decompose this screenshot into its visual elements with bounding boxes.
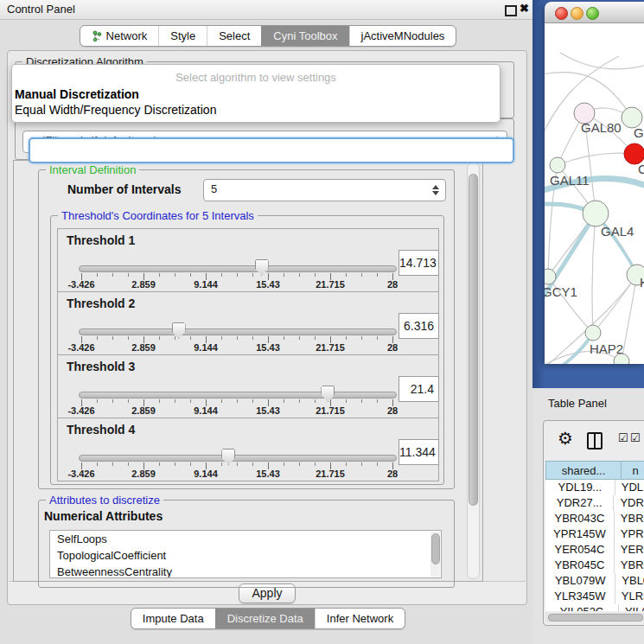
cell-name[interactable]: YIL0: [619, 604, 644, 611]
node-label: GAL80: [581, 120, 622, 135]
network-edge: [592, 214, 596, 333]
slider-track[interactable]: [79, 265, 397, 272]
slider-ticks: [81, 273, 394, 280]
column-header-shared-name[interactable]: shared...: [545, 461, 622, 480]
scrollbar-thumb[interactable]: [431, 533, 440, 564]
group-title: Threshold's Coordinates for 5 Intervals: [58, 209, 258, 222]
tick-label: 28: [387, 469, 398, 479]
table-row[interactable]: YBR045CYBR0: [545, 558, 644, 573]
table-row[interactable]: YIL052CYIL0: [545, 604, 644, 611]
slider-track[interactable]: [79, 328, 397, 335]
table-row[interactable]: YBR043CYBR0: [545, 511, 644, 526]
tick-label: 28: [387, 342, 398, 353]
network-node-gal4[interactable]: [583, 201, 609, 226]
checkbox-icon[interactable]: ☑: [618, 431, 628, 444]
cell-name[interactable]: YPR1: [615, 526, 644, 542]
zoom-traffic-light-icon[interactable]: [586, 7, 599, 20]
tab-cyni-toolbox[interactable]: Cyni Toolbox: [261, 26, 348, 46]
tick-label: 15.43: [256, 342, 280, 353]
threshold-label: Threshold 4: [67, 423, 135, 437]
tick-label: -3.426: [67, 342, 94, 353]
spinner-arrows-icon[interactable]: [432, 185, 439, 195]
thresholds-group: Threshold's Coordinates for 5 Intervals …: [50, 215, 444, 485]
popup-option-manual-discretization[interactable]: Manual Discretization: [15, 87, 139, 101]
threshold-value-input[interactable]: 6.316: [399, 313, 439, 339]
network-canvas[interactable]: GAL80GCGAL11GAL4GCY1HHAP2: [545, 23, 644, 364]
top-tab-bar: NetworkStyleSelectCyni ToolboxjActiveMNo…: [0, 25, 536, 47]
interval-definition-group: Interval Definition Number of Intervals …: [38, 169, 455, 489]
group-title: Interval Definition: [46, 163, 139, 176]
threshold-value-input[interactable]: 14.713: [399, 250, 439, 276]
tab-style[interactable]: Style: [158, 26, 207, 46]
table-body: YDL19...YDL1YDR27...YDR2YBR043CYBR0YPR14…: [545, 480, 644, 611]
scrollbar-thumb[interactable]: [469, 174, 478, 506]
close-traffic-light-icon[interactable]: [555, 7, 568, 20]
tab-jactivemnodules[interactable]: jActiveMNodules: [349, 26, 456, 46]
tab-select[interactable]: Select: [207, 26, 261, 46]
network-node-gal11[interactable]: [550, 157, 565, 173]
tab-label: Impute Data: [143, 612, 204, 625]
cell-shared-name[interactable]: YBL079W: [545, 573, 615, 589]
cell-name[interactable]: YBR0: [615, 558, 644, 573]
tab-label: Style: [170, 29, 195, 42]
threshold-label: Threshold 3: [67, 360, 135, 373]
attribute-list-item[interactable]: BetweennessCentrality: [50, 564, 441, 578]
cell-shared-name[interactable]: YIL052C: [545, 604, 619, 611]
cell-shared-name[interactable]: YBR043C: [545, 511, 615, 526]
tab-impute-data[interactable]: Impute Data: [131, 609, 215, 628]
algorithm-combobox[interactable]: [29, 137, 514, 163]
attribute-list-item[interactable]: SelfLoops: [50, 531, 441, 547]
list-scrollbar[interactable]: [430, 532, 440, 577]
tick-label: -3.426: [67, 405, 94, 416]
num-intervals-combobox[interactable]: 5: [203, 179, 446, 201]
attribute-list-item[interactable]: TopologicalCoefficient: [50, 547, 441, 564]
node-label: H: [640, 275, 644, 290]
network-edge: [545, 333, 593, 364]
cell-name[interactable]: YBR0: [615, 511, 644, 526]
settings-scrollbar[interactable]: [467, 163, 480, 579]
scrollbar-thumb[interactable]: [548, 614, 643, 622]
table-row[interactable]: YDR27...YDR2: [545, 495, 644, 511]
column-header-name[interactable]: n: [622, 461, 644, 480]
slider-track[interactable]: [79, 392, 397, 399]
table-row[interactable]: YDL19...YDL1: [545, 480, 644, 495]
tab-discretize-data[interactable]: Discretize Data: [215, 609, 315, 628]
cell-shared-name[interactable]: YER054C: [545, 542, 615, 558]
cell-shared-name[interactable]: YPR145W: [545, 526, 615, 542]
checkbox-icon[interactable]: ☑: [630, 431, 641, 444]
tab-infer-network[interactable]: Infer Network: [315, 609, 405, 628]
cell-name[interactable]: YDL1: [615, 480, 644, 495]
slider-track[interactable]: [79, 455, 397, 462]
table-hscrollbar[interactable]: [545, 613, 644, 622]
minimize-traffic-light-icon[interactable]: [571, 7, 583, 20]
cell-shared-name[interactable]: YDR27...: [545, 495, 614, 511]
cell-name[interactable]: YER0: [615, 542, 644, 558]
num-intervals-value: 5: [211, 182, 217, 195]
cell-shared-name[interactable]: YDL19...: [545, 480, 615, 495]
tick-label: -3.426: [67, 469, 94, 479]
split-view-icon[interactable]: [587, 432, 603, 450]
cell-shared-name[interactable]: YBR045C: [545, 558, 615, 573]
cell-shared-name[interactable]: YLR345W: [545, 589, 615, 604]
threshold-value-input[interactable]: 21.4: [399, 376, 439, 402]
network-node-gcy1[interactable]: [545, 269, 556, 284]
network-node-hap2[interactable]: [585, 325, 601, 341]
gear-icon[interactable]: ⚙: [558, 428, 573, 449]
tick-label: 21.715: [316, 342, 345, 353]
tab-network[interactable]: Network: [80, 26, 159, 46]
cell-name[interactable]: YBL0: [615, 573, 644, 589]
table-row[interactable]: YBL079WYBL0: [545, 573, 644, 589]
table-row[interactable]: YPR145WYPR1: [545, 526, 644, 542]
threshold-value-input[interactable]: 11.344: [399, 439, 439, 465]
cell-name[interactable]: YLR3: [615, 589, 644, 604]
bottom-tab-group: Impute DataDiscretize DataInfer Network: [131, 608, 405, 629]
popup-hint: Select algorithm to view settings: [12, 71, 500, 84]
panel-title: Control Panel: [7, 3, 75, 16]
table-row[interactable]: YER054CYER0: [545, 542, 644, 558]
cell-name[interactable]: YDR2: [614, 495, 644, 511]
popup-option-equal-width-frequency[interactable]: Equal Width/Frequency Discretization: [15, 103, 216, 117]
close-icon[interactable]: ✖: [520, 2, 529, 15]
float-window-icon[interactable]: [505, 5, 517, 16]
table-row[interactable]: YLR345WYLR3: [545, 589, 644, 604]
cyni-toolbox-panel: Discretization Algorithm Table Data galF…: [7, 50, 527, 605]
